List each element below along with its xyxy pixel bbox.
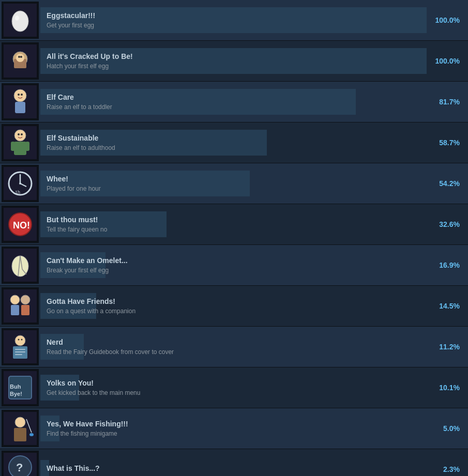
achievement-row: Yes, We Have Fishing!!!Find the fishing …	[0, 408, 468, 449]
svg-rect-47	[15, 354, 22, 355]
svg-rect-16	[14, 142, 26, 155]
achievement-list: Eggstacular!!!Get your first egg100.0% A…	[0, 0, 468, 476]
achievement-title: What is This...?	[47, 464, 420, 472]
achievement-text: Whee!Played for one hour	[47, 175, 420, 192]
svg-rect-54	[14, 428, 26, 441]
svg-rect-45	[15, 349, 25, 350]
achievement-title: Nerd	[47, 338, 420, 346]
svg-point-8	[20, 56, 22, 58]
achievement-icon	[2, 328, 39, 365]
svg-point-7	[18, 56, 20, 58]
achievement-content: Can't Make an Omelet...Break your first …	[40, 252, 427, 278]
svg-point-36	[10, 295, 20, 304]
svg-rect-19	[11, 142, 15, 151]
achievement-row: Gotta Have Friends!Go on a quest with a …	[0, 286, 468, 327]
achievement-text: But thou must!Tell the fairy queen no	[47, 216, 420, 233]
svg-rect-35	[4, 289, 37, 323]
svg-point-1	[12, 11, 28, 32]
achievement-text: All it's Cracked Up to Be!Hatch your fir…	[47, 52, 420, 70]
achievement-title: Yolks on You!	[47, 379, 420, 387]
achievement-desc: Tell the fairy queen no	[47, 226, 420, 233]
achievement-percent: 81.7%	[427, 98, 468, 106]
svg-point-41	[15, 335, 25, 346]
svg-point-12	[18, 94, 20, 96]
achievement-percent: 32.6%	[427, 220, 468, 228]
achievement-title: Elf Sustainable	[47, 134, 420, 142]
svg-point-6	[16, 54, 24, 62]
achievement-row: All it's Cracked Up to Be!Hatch your fir…	[0, 41, 468, 82]
achievement-desc: Played for one hour	[47, 185, 420, 192]
svg-point-17	[18, 133, 20, 135]
svg-text:Buh: Buh	[10, 383, 21, 390]
achievement-icon	[2, 410, 39, 447]
svg-point-2	[15, 16, 19, 21]
svg-point-56	[29, 433, 34, 436]
achievement-text: Elf SustainableRaise an elf to adulthood	[47, 134, 420, 151]
svg-point-15	[14, 130, 26, 141]
achievement-content: All it's Cracked Up to Be!Hatch your fir…	[40, 48, 427, 74]
achievement-text: Yes, We Have Fishing!!!Find the fishing …	[47, 420, 420, 437]
achievement-title: Whee!	[47, 175, 420, 183]
achievement-percent: 58.7%	[427, 139, 468, 147]
achievement-percent: 16.9%	[427, 261, 468, 269]
achievement-content: Yolks on You!Get kicked back to the main…	[40, 375, 427, 401]
svg-point-42	[18, 339, 20, 341]
achievement-title: Eggstacular!!!	[47, 11, 420, 20]
achievement-icon	[2, 287, 39, 325]
svg-point-18	[21, 133, 23, 135]
achievement-row: NerdRead the Fairy Guidebook from cover …	[0, 327, 468, 367]
achievement-row: 1h Whee!Played for one hour54.2%	[0, 163, 468, 204]
achievement-content: NerdRead the Fairy Guidebook from cover …	[40, 334, 427, 360]
achievement-desc: Hatch your first elf egg	[47, 63, 420, 70]
achievement-icon	[2, 83, 39, 120]
svg-rect-11	[15, 102, 25, 113]
achievement-icon: 1h	[2, 165, 39, 202]
achievement-text: NerdRead the Fairy Guidebook from cover …	[47, 338, 420, 356]
achievement-text: Gotta Have Friends!Go on a quest with a …	[47, 297, 420, 315]
achievement-title: All it's Cracked Up to Be!	[47, 52, 420, 60]
achievement-percent: 100.0%	[427, 57, 468, 65]
achievement-percent: 11.2%	[427, 343, 468, 351]
achievement-percent: 14.5%	[427, 302, 468, 310]
achievement-content: Whee!Played for one hour	[40, 171, 427, 196]
achievement-percent: 5.0%	[427, 424, 468, 433]
svg-point-53	[15, 417, 25, 427]
svg-point-43	[21, 339, 23, 341]
achievement-icon: ?	[2, 451, 39, 476]
achievement-title: Yes, We Have Fishing!!!	[47, 420, 420, 428]
achievement-content: Elf CareRaise an elf to a toddler	[40, 89, 427, 115]
svg-point-38	[21, 295, 30, 304]
achievement-percent: 100.0%	[427, 16, 468, 24]
achievement-desc: Raise an elf to adulthood	[47, 144, 420, 151]
achievement-content: Yes, We Have Fishing!!!Find the fishing …	[40, 416, 427, 441]
svg-rect-20	[25, 142, 29, 151]
achievement-content: Eggstacular!!!Get your first egg	[40, 7, 427, 33]
achievement-percent: 10.1%	[427, 383, 468, 392]
achievement-icon: Buh Bye!	[2, 369, 39, 406]
achievement-row: Can't Make an Omelet...Break your first …	[0, 245, 468, 286]
achievement-text: Elf CareRaise an elf to a toddler	[47, 93, 420, 111]
achievement-desc: Get kicked back to the main menu	[47, 389, 420, 396]
achievement-row: Eggstacular!!!Get your first egg100.0%	[0, 0, 468, 41]
achievement-text: Eggstacular!!!Get your first egg	[47, 11, 420, 29]
achievement-title: But thou must!	[47, 216, 420, 224]
achievement-percent: 2.3%	[427, 465, 468, 473]
svg-text:NO!: NO!	[13, 220, 30, 231]
achievement-content: But thou must!Tell the fairy queen no	[40, 211, 427, 237]
achievement-percent: 54.2%	[427, 179, 468, 188]
achievement-desc: Read the Fairy Guidebook from cover to c…	[47, 348, 420, 356]
achievement-row: Elf CareRaise an elf to a toddler81.7%	[0, 82, 468, 122]
svg-text:Bye!: Bye!	[10, 391, 22, 397]
svg-point-10	[14, 89, 26, 102]
achievement-row: NO! But thou must!Tell the fairy queen n…	[0, 204, 468, 245]
achievement-desc: Raise an elf to a toddler	[47, 103, 420, 111]
achievement-icon	[2, 124, 39, 161]
achievement-row: Elf SustainableRaise an elf to adulthood…	[0, 122, 468, 163]
achievement-title: Elf Care	[47, 93, 420, 101]
achievement-icon	[2, 42, 39, 80]
achievement-row: Buh Bye! Yolks on You!Get kicked back to…	[0, 367, 468, 408]
svg-text:?: ?	[16, 461, 23, 474]
achievement-icon	[2, 2, 39, 39]
achievement-content: Gotta Have Friends!Go on a quest with a …	[40, 293, 427, 319]
achievement-content: What is This...?	[40, 460, 427, 476]
